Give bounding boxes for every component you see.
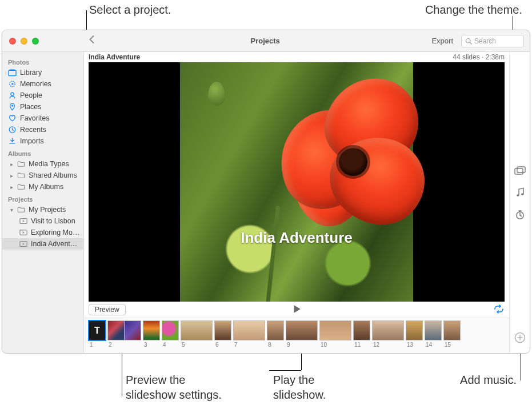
- sidebar-item-recents[interactable]: Recents: [2, 124, 83, 135]
- chevron-right-icon: ▸: [10, 161, 16, 167]
- svg-marker-12: [23, 231, 25, 234]
- thumb-12[interactable]: 12: [372, 320, 403, 348]
- chevron-right-icon: ▸: [10, 184, 16, 190]
- svg-point-19: [521, 193, 523, 195]
- sidebar-item-favorites[interactable]: Favorites: [2, 113, 83, 124]
- thumb-9[interactable]: 9: [286, 320, 317, 348]
- search-input[interactable]: Search: [461, 35, 524, 47]
- zoom-icon[interactable]: [32, 38, 39, 45]
- svg-rect-2: [9, 70, 16, 75]
- sidebar-header-albums: Albums: [2, 147, 83, 158]
- svg-point-7: [11, 105, 13, 107]
- sidebar-item-shared-albums[interactable]: ▸ Shared Albums: [2, 170, 83, 181]
- thumb-2[interactable]: 2: [107, 320, 141, 348]
- thumb-11[interactable]: 11: [353, 320, 370, 348]
- sidebar-item-imports[interactable]: Imports: [2, 135, 83, 147]
- sidebar-project-item[interactable]: Visit to Lisbon: [2, 215, 83, 227]
- library-icon: [8, 69, 17, 77]
- chevron-down-icon: ▾: [10, 207, 16, 213]
- project-meta: 44 slides · 2:38m: [453, 53, 505, 61]
- folder-icon: [17, 183, 25, 190]
- thumb-14[interactable]: 14: [425, 320, 441, 348]
- thumb-3[interactable]: 3: [143, 320, 159, 348]
- search-placeholder: Search: [474, 37, 496, 45]
- sidebar-project-item-selected[interactable]: India Adventure: [2, 238, 83, 250]
- preview-button[interactable]: Preview: [89, 304, 126, 315]
- sidebar-header-photos: Photos: [2, 55, 83, 67]
- music-button[interactable]: [515, 187, 525, 199]
- project-name: India Adventure: [89, 53, 140, 61]
- svg-marker-15: [294, 305, 301, 313]
- plus-circle-icon: [514, 332, 526, 343]
- memories-icon: [8, 80, 17, 88]
- svg-point-6: [11, 93, 14, 95]
- sidebar-item-my-albums[interactable]: ▸ My Albums: [2, 181, 83, 193]
- thumb-6[interactable]: 6: [214, 320, 231, 348]
- right-rail: [509, 52, 530, 353]
- sidebar-item-media-types[interactable]: ▸ Media Types: [2, 158, 83, 170]
- callout-select-project: Select a project.: [89, 2, 171, 17]
- sidebar-item-places[interactable]: Places: [2, 101, 83, 113]
- close-icon[interactable]: [9, 38, 16, 45]
- back-button[interactable]: [84, 35, 99, 47]
- svg-rect-17: [517, 167, 525, 173]
- play-icon: [291, 304, 302, 314]
- slide-image: [180, 62, 413, 302]
- thumb-13[interactable]: 13: [406, 320, 422, 348]
- callout-preview-settings: Preview the slideshow settings.: [126, 372, 222, 402]
- minimize-icon[interactable]: [21, 38, 27, 45]
- theme-icon: [514, 166, 526, 175]
- slide-title: India Adventure: [89, 229, 505, 247]
- thumb-15[interactable]: 15: [443, 320, 460, 348]
- folder-icon: [17, 206, 25, 213]
- sidebar-item-people[interactable]: People: [2, 90, 83, 101]
- add-photos-button[interactable]: [514, 332, 526, 345]
- folder-icon: [17, 161, 25, 167]
- clock-icon: [8, 126, 17, 134]
- thumb-5[interactable]: 5: [181, 320, 212, 348]
- slideshow-icon: [19, 229, 27, 236]
- page-title: Projects: [99, 37, 431, 45]
- sidebar-item-memories[interactable]: Memories: [2, 78, 83, 90]
- thumb-7[interactable]: 7: [233, 320, 265, 348]
- chevron-right-icon: ▸: [10, 173, 16, 179]
- project-info-row: India Adventure 44 slides · 2:38m: [84, 52, 509, 62]
- theme-button[interactable]: [514, 166, 526, 177]
- svg-line-1: [470, 42, 471, 44]
- loop-button[interactable]: [493, 304, 505, 315]
- sidebar-item-library[interactable]: Library: [2, 67, 83, 78]
- svg-marker-14: [23, 243, 25, 245]
- loop-icon: [493, 304, 505, 314]
- svg-rect-3: [10, 69, 15, 70]
- download-icon: [8, 137, 17, 145]
- main-area: India Adventure 44 slides · 2:38m: [84, 52, 530, 353]
- slideshow-icon: [19, 240, 27, 247]
- timer-icon: [515, 210, 525, 220]
- music-icon: [515, 187, 525, 198]
- thumb-4[interactable]: 4: [162, 320, 178, 348]
- play-button[interactable]: [291, 304, 302, 316]
- slideshow-icon: [19, 218, 27, 224]
- folder-icon: [17, 172, 25, 179]
- svg-rect-16: [515, 169, 523, 174]
- people-icon: [8, 91, 17, 99]
- callout-play-slideshow: Play the slideshow.: [273, 372, 326, 402]
- callout-line: [269, 370, 301, 371]
- playback-controls: Preview: [84, 302, 509, 318]
- preview-area[interactable]: India Adventure: [89, 62, 505, 302]
- window-controls: [2, 38, 84, 45]
- heart-icon: [8, 114, 17, 122]
- thumb-8[interactable]: 8: [267, 320, 283, 348]
- titlebar: Projects Export Search: [2, 30, 530, 52]
- sidebar-item-my-projects[interactable]: ▾ My Projects: [2, 204, 83, 215]
- thumb-1[interactable]: T 1: [89, 320, 105, 348]
- duration-button[interactable]: [515, 210, 525, 222]
- title-slide-thumb[interactable]: T: [89, 320, 106, 340]
- filmstrip[interactable]: T 1 2 3 4: [84, 318, 509, 353]
- sidebar-project-item[interactable]: Exploring Mor…: [2, 227, 83, 238]
- thumb-10[interactable]: 10: [319, 320, 351, 348]
- app-window: Projects Export Search Photos Library Me…: [2, 30, 530, 354]
- svg-marker-5: [11, 83, 14, 85]
- export-button[interactable]: Export: [431, 37, 453, 45]
- callout-change-theme: Change the theme.: [408, 2, 522, 17]
